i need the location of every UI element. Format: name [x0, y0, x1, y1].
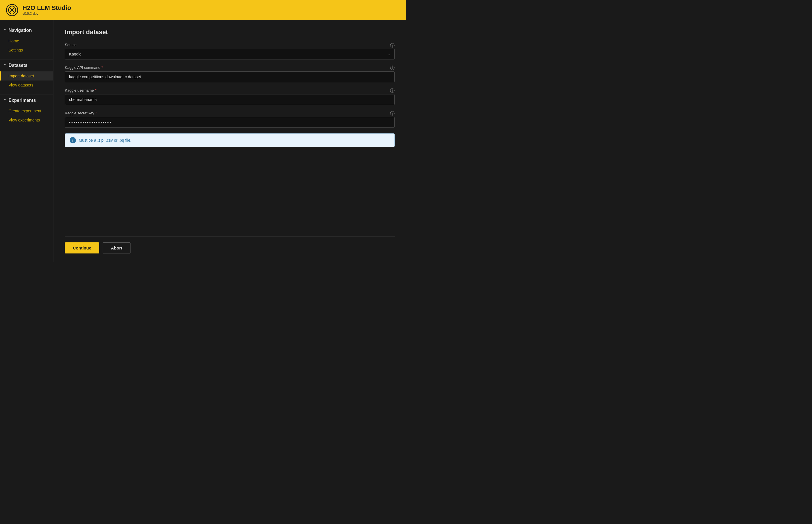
nav-chevron-experiments: ⌃ — [3, 98, 6, 102]
info-note-icon: i — [70, 137, 76, 143]
sidebar-item-view-datasets[interactable]: View datasets — [0, 81, 53, 89]
source-select[interactable]: Kaggle Upload S3 — [65, 49, 395, 60]
kaggle-api-input[interactable] — [65, 71, 395, 82]
nav-section-datasets[interactable]: ⌃ Datasets — [0, 61, 53, 70]
page-title: Import dataset — [65, 29, 395, 36]
kaggle-api-info-icon[interactable]: ⓘ — [390, 65, 395, 71]
nav-items-datasets: Import dataset View datasets — [0, 70, 53, 93]
nav-items-navigation: Home Settings — [0, 35, 53, 58]
source-field: Source ⓘ Kaggle Upload S3 ⌄ — [65, 43, 395, 60]
main-content: Import dataset Source ⓘ Kaggle Upload S3… — [53, 20, 406, 262]
nav-chevron-datasets: ⌃ — [3, 63, 6, 67]
app-header: H2O LLM Studio v0.0.2-dev — [0, 0, 406, 20]
kaggle-secret-key-required: * — [95, 111, 97, 115]
source-label: Source — [65, 43, 395, 47]
sidebar: ⌃ Navigation Home Settings ⌃ Datasets Im… — [0, 20, 53, 262]
main-layout: ⌃ Navigation Home Settings ⌃ Datasets Im… — [0, 20, 406, 262]
nav-section-experiments-label: Experiments — [9, 98, 36, 103]
import-dataset-form: Source ⓘ Kaggle Upload S3 ⌄ Kaggle API c… — [65, 43, 395, 236]
nav-section-datasets-label: Datasets — [9, 63, 28, 68]
kaggle-username-info-icon[interactable]: ⓘ — [390, 88, 395, 94]
info-note-text: Must be a .zip, .csv or .pq file. — [79, 138, 131, 143]
kaggle-api-field: Kaggle API command * ⓘ — [65, 65, 395, 82]
continue-button[interactable]: Continue — [65, 242, 99, 253]
sidebar-item-import-dataset[interactable]: Import dataset — [0, 71, 53, 81]
abort-button[interactable]: Abort — [103, 242, 131, 253]
nav-divider-2 — [0, 94, 53, 95]
kaggle-secret-key-label: Kaggle secret key * — [65, 111, 395, 115]
kaggle-api-required: * — [101, 65, 103, 70]
nav-chevron-navigation: ⌃ — [3, 29, 6, 32]
kaggle-api-label: Kaggle API command * — [65, 65, 395, 70]
kaggle-username-input[interactable] — [65, 94, 395, 105]
kaggle-username-required: * — [95, 88, 96, 93]
source-info-icon[interactable]: ⓘ — [390, 43, 395, 49]
sidebar-item-view-experiments[interactable]: View experiments — [0, 115, 53, 125]
kaggle-secret-key-input[interactable] — [65, 117, 395, 128]
nav-section-navigation-label: Navigation — [9, 28, 32, 33]
kaggle-username-field: Kaggle username * ⓘ — [65, 88, 395, 105]
sidebar-item-create-experiment[interactable]: Create experiment — [0, 107, 53, 115]
info-note: i Must be a .zip, .csv or .pq file. — [65, 133, 395, 147]
app-title: H2O LLM Studio — [22, 4, 71, 12]
sidebar-item-settings[interactable]: Settings — [0, 46, 53, 55]
app-logo — [6, 4, 18, 16]
nav-section-navigation[interactable]: ⌃ Navigation — [0, 26, 53, 35]
kaggle-secret-key-info-icon[interactable]: ⓘ — [390, 111, 395, 117]
footer-buttons: Continue Abort — [65, 236, 395, 253]
kaggle-secret-key-field: Kaggle secret key * ⓘ — [65, 111, 395, 128]
nav-section-experiments[interactable]: ⌃ Experiments — [0, 96, 53, 105]
app-version: v0.0.2-dev — [22, 12, 71, 16]
kaggle-username-label: Kaggle username * — [65, 88, 395, 93]
source-select-wrapper: Kaggle Upload S3 ⌄ — [65, 49, 395, 60]
sidebar-item-home[interactable]: Home — [0, 36, 53, 46]
nav-divider-1 — [0, 59, 53, 60]
nav-items-experiments: Create experiment View experiments — [0, 105, 53, 128]
header-title-group: H2O LLM Studio v0.0.2-dev — [22, 4, 71, 16]
